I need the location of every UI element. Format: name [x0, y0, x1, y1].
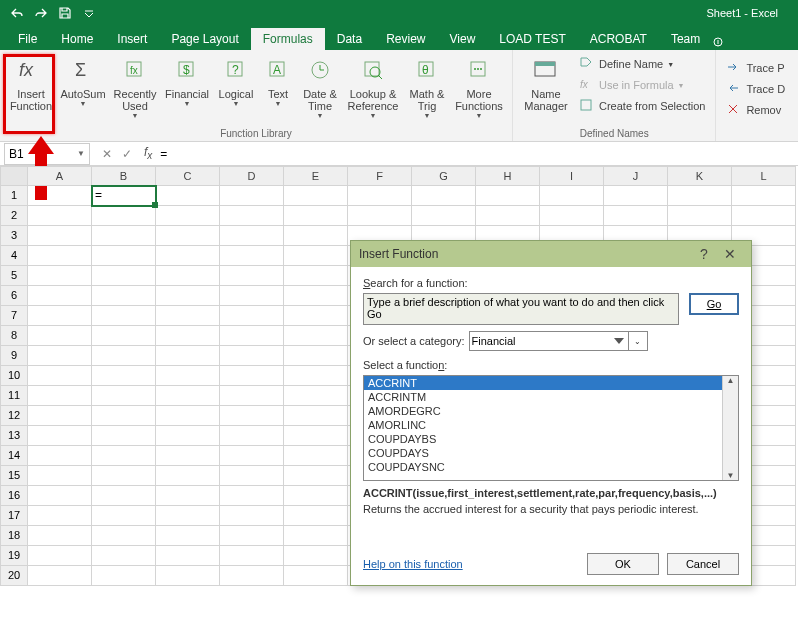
- chevron-down-icon[interactable]: ▼: [77, 149, 85, 158]
- cell[interactable]: [156, 486, 220, 506]
- use-in-formula-button[interactable]: fxUse in Formula ▼: [575, 75, 709, 95]
- cell[interactable]: [284, 486, 348, 506]
- tab-load-test[interactable]: LOAD TEST: [487, 28, 577, 50]
- cell[interactable]: [284, 346, 348, 366]
- column-header[interactable]: H: [476, 166, 540, 186]
- close-icon[interactable]: ✕: [717, 244, 743, 264]
- cell[interactable]: [220, 266, 284, 286]
- list-item[interactable]: AMORLINC: [364, 418, 738, 432]
- row-header[interactable]: 5: [0, 266, 28, 286]
- row-header[interactable]: 7: [0, 306, 28, 326]
- cell[interactable]: [28, 286, 92, 306]
- tab-acrobat[interactable]: ACROBAT: [578, 28, 659, 50]
- list-item[interactable]: AMORDEGRC: [364, 404, 738, 418]
- help-link[interactable]: Help on this function: [363, 558, 463, 570]
- undo-button[interactable]: [6, 2, 28, 24]
- cell[interactable]: [28, 366, 92, 386]
- cell[interactable]: [220, 446, 284, 466]
- cell[interactable]: [28, 486, 92, 506]
- cell[interactable]: [220, 326, 284, 346]
- cell[interactable]: [28, 326, 92, 346]
- customize-qat-button[interactable]: [78, 2, 100, 24]
- cell[interactable]: [92, 226, 156, 246]
- save-button[interactable]: [54, 2, 76, 24]
- cell[interactable]: [28, 566, 92, 586]
- row-header[interactable]: 3: [0, 226, 28, 246]
- cell[interactable]: [28, 526, 92, 546]
- cell[interactable]: [284, 386, 348, 406]
- cell[interactable]: [92, 506, 156, 526]
- tab-home[interactable]: Home: [49, 28, 105, 50]
- financial-button[interactable]: $ Financial▼: [162, 54, 212, 128]
- row-header[interactable]: 4: [0, 246, 28, 266]
- recently-used-button[interactable]: fx Recently Used▼: [110, 54, 160, 128]
- cell[interactable]: [28, 246, 92, 266]
- cell[interactable]: [284, 226, 348, 246]
- cell[interactable]: [156, 526, 220, 546]
- row-header[interactable]: 15: [0, 466, 28, 486]
- cell[interactable]: [156, 306, 220, 326]
- cell[interactable]: [412, 186, 476, 206]
- autosum-button[interactable]: Σ AutoSum▼: [58, 54, 108, 128]
- column-header[interactable]: J: [604, 166, 668, 186]
- cell[interactable]: [220, 386, 284, 406]
- cell[interactable]: [92, 286, 156, 306]
- cell[interactable]: [540, 206, 604, 226]
- cell[interactable]: [156, 386, 220, 406]
- cell[interactable]: [92, 366, 156, 386]
- define-name-button[interactable]: Define Name ▼: [575, 54, 709, 74]
- cell[interactable]: [284, 286, 348, 306]
- tab-data[interactable]: Data: [325, 28, 374, 50]
- row-header[interactable]: 11: [0, 386, 28, 406]
- cell[interactable]: [284, 506, 348, 526]
- cell[interactable]: [156, 466, 220, 486]
- cell[interactable]: [28, 266, 92, 286]
- dialog-title-bar[interactable]: Insert Function ? ✕: [351, 241, 751, 267]
- cell[interactable]: [220, 546, 284, 566]
- cell[interactable]: [28, 346, 92, 366]
- list-item[interactable]: COUPDAYBS: [364, 432, 738, 446]
- cell[interactable]: [284, 206, 348, 226]
- cell[interactable]: [92, 386, 156, 406]
- column-header[interactable]: E: [284, 166, 348, 186]
- cell[interactable]: [220, 486, 284, 506]
- create-from-selection-button[interactable]: Create from Selection: [575, 96, 709, 116]
- column-header[interactable]: B: [92, 166, 156, 186]
- cell[interactable]: [668, 186, 732, 206]
- cell[interactable]: [348, 186, 412, 206]
- list-item[interactable]: ACCRINT: [364, 376, 738, 390]
- row-header[interactable]: 16: [0, 486, 28, 506]
- cell[interactable]: [220, 246, 284, 266]
- cell[interactable]: [220, 526, 284, 546]
- column-header[interactable]: C: [156, 166, 220, 186]
- scrollbar[interactable]: ▲▼: [722, 376, 738, 480]
- row-header[interactable]: 8: [0, 326, 28, 346]
- cell[interactable]: [92, 346, 156, 366]
- cell[interactable]: [220, 406, 284, 426]
- cell[interactable]: [28, 386, 92, 406]
- cell[interactable]: [732, 186, 796, 206]
- row-header[interactable]: 1: [0, 186, 28, 206]
- tab-insert[interactable]: Insert: [105, 28, 159, 50]
- row-header[interactable]: 20: [0, 566, 28, 586]
- cell[interactable]: [284, 426, 348, 446]
- list-item[interactable]: COUPDAYSNC: [364, 460, 738, 474]
- scroll-down-icon[interactable]: ▼: [727, 471, 735, 480]
- chevron-down-icon[interactable]: ⌄: [628, 331, 648, 351]
- cell[interactable]: [92, 466, 156, 486]
- cell[interactable]: [284, 306, 348, 326]
- cell[interactable]: [92, 486, 156, 506]
- column-header[interactable]: D: [220, 166, 284, 186]
- cell[interactable]: [28, 226, 92, 246]
- cell[interactable]: [92, 306, 156, 326]
- column-header[interactable]: I: [540, 166, 604, 186]
- cell[interactable]: [220, 426, 284, 446]
- cell[interactable]: [348, 206, 412, 226]
- cell[interactable]: [156, 286, 220, 306]
- cell[interactable]: [28, 186, 92, 206]
- cell[interactable]: [156, 346, 220, 366]
- more-functions-button[interactable]: More Functions▼: [452, 54, 506, 128]
- cell[interactable]: [220, 226, 284, 246]
- trace-precedents-button[interactable]: Trace P: [722, 58, 789, 78]
- column-header[interactable]: K: [668, 166, 732, 186]
